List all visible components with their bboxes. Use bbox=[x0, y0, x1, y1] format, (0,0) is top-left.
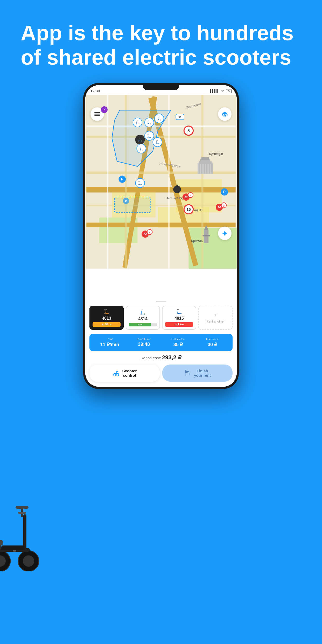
svg-rect-43 bbox=[201, 157, 209, 160]
finish-rent-icon bbox=[184, 369, 191, 377]
scooter-icon-4815: 🛴 bbox=[176, 309, 182, 314]
scooter-control-label: Scootercontrol bbox=[122, 369, 137, 377]
svg-rect-96 bbox=[94, 114, 100, 115]
svg-rect-25 bbox=[86, 136, 235, 138]
svg-rect-20 bbox=[86, 187, 235, 193]
scooter-distance-4813: to 5 km bbox=[93, 322, 121, 327]
svg-text:М: М bbox=[144, 232, 147, 236]
unlock-value: 35 ₽ bbox=[162, 342, 194, 347]
notification-badge: 7 bbox=[101, 106, 108, 113]
svg-text:P: P bbox=[223, 190, 226, 194]
svg-text:🛴: 🛴 bbox=[139, 146, 144, 151]
finish-rent-button[interactable]: Finishyour rent bbox=[162, 365, 233, 382]
svg-rect-44 bbox=[199, 164, 200, 173]
decorative-scooter bbox=[0, 488, 41, 571]
insurance-value: 30 ₽ bbox=[196, 342, 228, 347]
rental-item-insurance: Insurance 30 ₽ bbox=[196, 338, 228, 347]
scooter-card-rent-another[interactable]: + Rent another bbox=[198, 306, 233, 330]
scooter-card-4815[interactable]: 🛴 4815 to 1 km bbox=[162, 306, 196, 330]
svg-text:5: 5 bbox=[187, 129, 190, 133]
svg-text:🛴: 🛴 bbox=[157, 116, 162, 121]
svg-text:3: 3 bbox=[223, 204, 225, 207]
svg-rect-23 bbox=[86, 223, 235, 227]
svg-rect-9 bbox=[16, 506, 29, 509]
rent-value: 11 ₽/min bbox=[94, 342, 126, 347]
scooter-control-button[interactable]: Scootercontrol bbox=[89, 365, 160, 382]
svg-text:Охотный Ряд: Охотный Ряд bbox=[166, 196, 184, 200]
map-svg: Петровка ул. Дмитровка Кузнецки Охотный … bbox=[85, 95, 237, 269]
scooter-card-4814[interactable]: 🛴 4814 79% bbox=[126, 306, 160, 330]
svg-rect-52 bbox=[203, 235, 210, 236]
scooter-icon-4814: 🛴 bbox=[140, 309, 146, 315]
rent-label: Rent bbox=[94, 338, 126, 341]
svg-rect-30 bbox=[107, 95, 108, 269]
svg-text:М: М bbox=[185, 195, 188, 199]
finish-rent-label: Finishyour rent bbox=[194, 369, 211, 377]
phone-notch bbox=[143, 83, 179, 90]
svg-text:15: 15 bbox=[186, 207, 191, 212]
svg-text:🛴: 🛴 bbox=[147, 120, 152, 125]
svg-text:🛴: 🛴 bbox=[155, 140, 160, 144]
rental-item-time: Rental time 39:48 bbox=[128, 338, 160, 347]
svg-text:P: P bbox=[121, 177, 123, 181]
scooter-id-4815: 4815 bbox=[174, 316, 184, 321]
svg-rect-50 bbox=[204, 230, 209, 243]
svg-text:М: М bbox=[218, 205, 221, 209]
rental-item-unlock: Unlock fee 35 ₽ bbox=[162, 338, 194, 347]
phone-frame: 12:30 ▌▌▌▌ 72 bbox=[83, 83, 239, 389]
panel-handle bbox=[156, 301, 166, 302]
svg-text:🛴: 🛴 bbox=[138, 181, 143, 185]
svg-rect-31 bbox=[168, 95, 170, 269]
bottom-panel: 🛴 4813 to 5 km 🛴 4814 79% 🛴 bbox=[85, 297, 237, 387]
plus-icon: + bbox=[214, 312, 217, 318]
svg-rect-47 bbox=[206, 164, 207, 173]
svg-rect-24 bbox=[86, 172, 235, 174]
svg-text:Кремль: Кремль bbox=[191, 239, 203, 243]
scooter-id-4814: 4814 bbox=[138, 317, 148, 321]
rental-info-panel: Rent 11 ₽/min Rental time 39:48 Unlock f… bbox=[89, 334, 233, 351]
scooter-id-4813: 4813 bbox=[102, 316, 111, 321]
rental-cost-value: 293,2 ₽ bbox=[162, 354, 181, 361]
svg-rect-12 bbox=[0, 540, 3, 545]
svg-rect-45 bbox=[201, 164, 202, 173]
action-buttons: Scootercontrol Finishyour rent bbox=[89, 365, 233, 382]
svg-rect-7 bbox=[1, 545, 25, 550]
rent-another-label: Rent another bbox=[206, 320, 224, 323]
wifi-icon bbox=[220, 89, 225, 93]
svg-text:1: 1 bbox=[190, 194, 192, 197]
status-time: 12:30 bbox=[90, 89, 100, 93]
svg-rect-10 bbox=[18, 512, 26, 514]
location-button[interactable] bbox=[218, 227, 232, 240]
phone-mockup: 12:30 ▌▌▌▌ 72 bbox=[83, 83, 239, 389]
svg-rect-49 bbox=[211, 164, 213, 173]
scooter-icon-4813: 🛴 bbox=[104, 309, 109, 314]
time-value: 39:48 bbox=[128, 342, 160, 347]
svg-rect-48 bbox=[209, 164, 210, 173]
svg-rect-97 bbox=[94, 115, 100, 116]
battery-bar-wrap-4814: 79% bbox=[129, 323, 157, 326]
insurance-label: Insurance bbox=[196, 338, 228, 341]
svg-rect-46 bbox=[204, 164, 205, 173]
svg-rect-103 bbox=[189, 373, 189, 375]
svg-rect-95 bbox=[94, 112, 100, 113]
svg-text:4: 4 bbox=[149, 231, 151, 234]
svg-rect-33 bbox=[115, 197, 150, 212]
svg-rect-104 bbox=[190, 373, 190, 375]
svg-text:🛴: 🛴 bbox=[135, 120, 140, 125]
layers-button[interactable] bbox=[218, 107, 232, 121]
svg-text:Кузнецки: Кузнецки bbox=[209, 152, 223, 156]
svg-point-3 bbox=[23, 555, 34, 567]
scooter-control-icon bbox=[113, 369, 120, 377]
scooter-card-4813[interactable]: 🛴 4813 to 5 km bbox=[89, 306, 124, 330]
rental-cost-row: Renatl cost: 293,2 ₽ bbox=[89, 354, 233, 361]
scooter-distance-4815: to 1 km bbox=[165, 322, 193, 327]
svg-rect-28 bbox=[86, 205, 235, 206]
rental-item-rent: Rent 11 ₽/min bbox=[94, 338, 126, 347]
scooter-cards-row: 🛴 4813 to 5 km 🛴 4814 79% 🛴 bbox=[89, 306, 233, 330]
status-icons: ▌▌▌▌ 72 bbox=[210, 89, 232, 93]
signal-icon: ▌▌▌▌ bbox=[210, 89, 219, 93]
battery-bar-4814: 79% bbox=[129, 323, 151, 326]
svg-text:P: P bbox=[179, 115, 181, 119]
map-view[interactable]: Петровка ул. Дмитровка Кузнецки Охотный … bbox=[85, 95, 237, 269]
svg-text:🛴: 🛴 bbox=[138, 137, 143, 142]
